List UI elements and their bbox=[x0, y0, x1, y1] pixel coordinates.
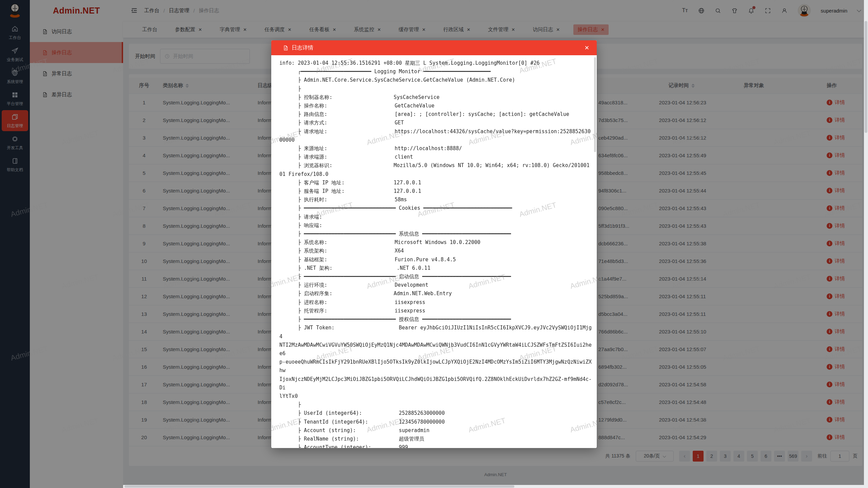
log-detail-dialog: 日志详情 ✕ info: 2023-01-04 12:55:36.1516291… bbox=[271, 40, 597, 448]
dialog-header: 日志详情 ✕ bbox=[271, 40, 597, 55]
log-text: info: 2023-01-04 12:55:36.1516291 +08:00… bbox=[271, 55, 597, 448]
dialog-body[interactable]: info: 2023-01-04 12:55:36.1516291 +08:00… bbox=[271, 55, 597, 448]
dialog-title: 日志详情 bbox=[292, 44, 313, 52]
horizontal-scrollbar[interactable] bbox=[123, 485, 864, 488]
vertical-scrollbar[interactable] bbox=[864, 0, 868, 488]
dialog-scrollbar-thumb[interactable] bbox=[594, 57, 596, 152]
horizontal-scrollbar-thumb[interactable] bbox=[124, 485, 514, 488]
close-icon[interactable]: ✕ bbox=[585, 44, 589, 52]
document-icon bbox=[283, 45, 289, 51]
vertical-scrollbar-thumb[interactable] bbox=[865, 21, 867, 133]
